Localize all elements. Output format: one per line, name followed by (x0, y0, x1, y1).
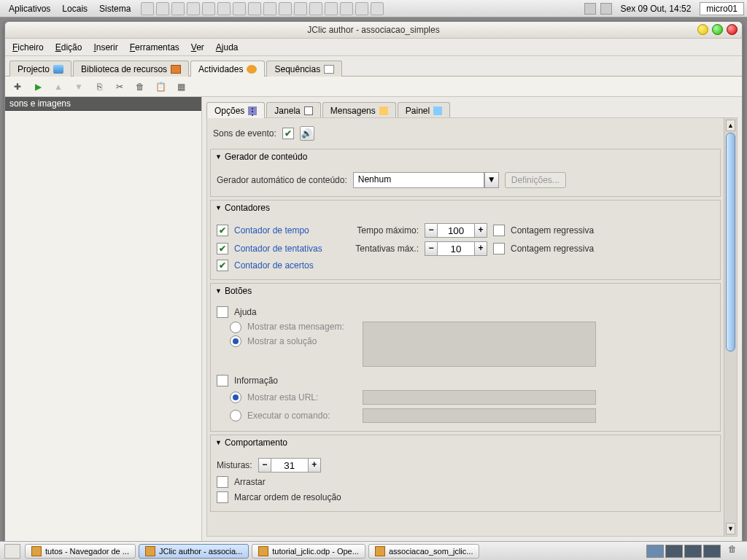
workspace-4[interactable] (703, 545, 721, 558)
menu-ajuda[interactable]: Ajuda (216, 42, 239, 52)
tray-keyboard-icon[interactable] (584, 3, 596, 15)
launcher-icon[interactable] (248, 2, 261, 15)
cut-button[interactable]: ✂ (113, 80, 126, 93)
maximize-button[interactable] (712, 24, 723, 35)
close-button[interactable] (727, 24, 738, 35)
mostrar-sol-radio[interactable] (230, 335, 241, 347)
launcher-icon[interactable] (202, 2, 215, 15)
launcher-icon[interactable] (325, 2, 338, 15)
tab-label: Painel (406, 106, 430, 116)
menu-edicao[interactable]: Edição (55, 42, 82, 52)
subtab-opcoes[interactable]: Opções⋮ (206, 102, 265, 118)
scrollbar[interactable]: ▲ ▼ (724, 118, 737, 536)
move-up-button[interactable]: ▲ (52, 80, 65, 93)
sons-evento-edit-button[interactable]: 🔊 (300, 126, 314, 141)
new-activity-button[interactable]: ✚ (11, 80, 24, 93)
collapse-icon[interactable]: ▼ (215, 439, 222, 446)
mostrar-msg-radio[interactable] (230, 322, 241, 333)
taskbar-item[interactable]: JClic author - associa... (139, 544, 249, 559)
launcher-icon[interactable] (263, 2, 276, 15)
launcher-icon[interactable] (340, 2, 353, 15)
host-indicator[interactable]: micro01 (700, 2, 744, 15)
misturas-input[interactable] (271, 458, 308, 472)
menu-inserir[interactable]: Inserir (93, 42, 117, 52)
titlebar[interactable]: JClic author - associacao_simples (5, 22, 742, 39)
play-button[interactable]: ▶ (31, 80, 44, 93)
subtab-janela[interactable]: Janela (266, 102, 320, 118)
tray-volume-icon[interactable] (600, 3, 612, 15)
marcar-ordem-checkbox[interactable] (217, 491, 228, 503)
jclic-author-window: JClic author - associacao_simples Fichei… (4, 21, 743, 542)
minimize-button[interactable] (697, 24, 708, 35)
scroll-thumb[interactable] (726, 133, 735, 351)
launcher-icon[interactable] (141, 2, 154, 15)
workspace-2[interactable] (665, 545, 683, 558)
tentativas-dec-button[interactable]: − (425, 241, 438, 256)
launcher-icon[interactable] (371, 2, 384, 15)
tentativas-input[interactable] (438, 241, 474, 256)
launcher-icon[interactable] (309, 2, 322, 15)
collapse-icon[interactable]: ▼ (215, 153, 222, 160)
launcher-icon[interactable] (233, 2, 246, 15)
executar-cmd-radio[interactable] (230, 410, 241, 421)
misturas-dec-button[interactable]: − (258, 458, 271, 472)
contador-tentativas-checkbox[interactable] (217, 243, 228, 254)
copy-button[interactable]: ⎘ (93, 80, 106, 93)
tentativas-regressiva-checkbox[interactable] (493, 243, 505, 254)
menu-ferramentas[interactable]: Ferramentas (130, 42, 179, 52)
panel-locais[interactable]: Locais (56, 4, 93, 14)
ajuda-checkbox[interactable] (217, 306, 228, 318)
mostrar-url-radio[interactable] (230, 392, 241, 403)
taskbar-item[interactable]: associacao_som_jclic... (368, 544, 480, 559)
launcher-icon[interactable] (187, 2, 200, 15)
misturas-inc-button[interactable]: + (308, 458, 321, 472)
subtab-painel[interactable]: Painel (398, 102, 450, 118)
informacao-checkbox[interactable] (217, 375, 228, 386)
grid-button[interactable]: ▦ (174, 80, 187, 93)
paste-button[interactable]: 📋 (154, 80, 167, 93)
tempo-dec-button[interactable]: − (425, 223, 438, 238)
launcher-icon[interactable] (355, 2, 368, 15)
panel-sistema[interactable]: Sistema (93, 4, 136, 14)
taskbar-item[interactable]: tutos - Navegador de ... (25, 544, 136, 559)
move-down-button[interactable]: ▼ (72, 80, 85, 93)
tempo-input[interactable] (438, 223, 474, 238)
doc-icon (375, 546, 385, 556)
delete-button[interactable]: 🗑 (133, 80, 147, 93)
show-desktop-button[interactable] (4, 544, 20, 559)
activity-list[interactable]: sons e imagens (5, 97, 202, 541)
scroll-up-button[interactable]: ▲ (726, 120, 735, 131)
subtab-mensagens[interactable]: Mensagens (322, 102, 396, 118)
launcher-icon[interactable] (294, 2, 307, 15)
tab-biblioteca[interactable]: Biblioteca de recursos (73, 61, 189, 77)
launcher-icon[interactable] (171, 2, 185, 15)
gerador-select[interactable]: Nenhum (353, 172, 484, 188)
tab-projecto[interactable]: Projecto (9, 61, 71, 77)
gerador-select-dropdown[interactable]: ▼ (484, 172, 499, 188)
panel-aplicativos[interactable]: Aplicativos (3, 4, 56, 14)
arrastar-checkbox[interactable] (217, 476, 228, 488)
launcher-icon[interactable] (156, 2, 169, 15)
clock[interactable]: Sex 09 Out, 14:52 (616, 4, 696, 14)
launcher-icon[interactable] (217, 2, 231, 15)
menu-ficheiro[interactable]: Ficheiro (12, 42, 44, 52)
collapse-icon[interactable]: ▼ (215, 204, 222, 211)
contador-tempo-checkbox[interactable] (217, 225, 228, 236)
contador-acertos-checkbox[interactable] (217, 260, 228, 271)
trash-icon[interactable]: 🗑 (728, 544, 743, 559)
tab-sequencias[interactable]: Sequências (266, 61, 342, 77)
workspace-3[interactable] (684, 545, 702, 558)
launcher-icon[interactable] (279, 2, 292, 15)
collapse-icon[interactable]: ▼ (215, 287, 222, 295)
taskbar-item[interactable]: tutorial_jclic.odp - Ope... (252, 544, 365, 559)
workspace-switcher[interactable] (646, 545, 721, 558)
workspace-1[interactable] (646, 545, 664, 558)
activity-list-item[interactable]: sons e imagens (5, 97, 201, 111)
sons-evento-checkbox[interactable] (282, 128, 294, 139)
scroll-down-button[interactable]: ▼ (726, 523, 735, 534)
tentativas-inc-button[interactable]: + (474, 241, 487, 256)
tempo-regressiva-checkbox[interactable] (493, 225, 505, 236)
tab-actividades[interactable]: Actividades (190, 61, 265, 77)
menu-ver[interactable]: Ver (191, 42, 204, 52)
tempo-inc-button[interactable]: + (474, 223, 487, 238)
